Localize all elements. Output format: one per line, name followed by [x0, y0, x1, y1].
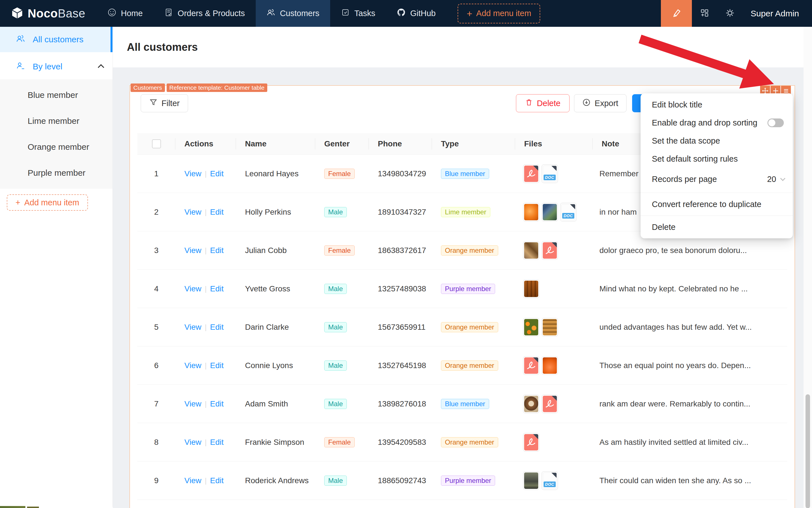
edit-link[interactable]: Edit — [210, 169, 224, 178]
menu-item-records-per-page[interactable]: Records per page 20 — [641, 168, 793, 190]
sidebar-add-menu-item-button[interactable]: + Add menu item — [7, 194, 88, 211]
view-link[interactable]: View — [184, 361, 201, 370]
export-button[interactable]: Export — [574, 94, 627, 112]
view-link[interactable]: View — [184, 438, 201, 447]
view-link[interactable]: View — [184, 169, 201, 178]
gender-cell: Female — [315, 245, 369, 256]
row-actions: View|Edit — [175, 284, 236, 293]
nav-item-home[interactable]: Home — [97, 0, 153, 27]
logo-text-primary: Noco — [28, 7, 58, 20]
edit-link[interactable]: Edit — [210, 323, 224, 331]
plugin-manager-button[interactable] — [692, 0, 717, 27]
doc-file-icon[interactable]: DOC — [542, 471, 558, 490]
gender-tag: Male — [324, 284, 347, 294]
pdf-file-icon[interactable] — [523, 356, 539, 375]
view-link[interactable]: View — [184, 284, 201, 293]
settings-gear-button[interactable] — [717, 0, 742, 27]
nav-item-tasks[interactable]: Tasks — [330, 0, 386, 27]
gender-cell: Male — [315, 475, 369, 486]
file-thumbnail[interactable] — [523, 203, 539, 221]
type-cell: Purple member — [432, 475, 515, 486]
edit-link[interactable]: Edit — [210, 284, 224, 293]
file-thumbnail[interactable] — [523, 280, 539, 298]
sidebar-item-purple-member[interactable]: Purple member — [0, 160, 112, 186]
file-thumbnail[interactable] — [542, 318, 558, 337]
files-cell — [515, 433, 593, 452]
filter-button[interactable]: Filter — [141, 94, 188, 112]
edit-link[interactable]: Edit — [210, 361, 224, 370]
logo-text-secondary: Base — [58, 7, 85, 20]
type-cell: Purple member — [432, 284, 515, 294]
pdf-file-icon[interactable] — [523, 433, 539, 452]
customer-name: Holly Perkins — [236, 208, 315, 217]
view-link[interactable]: View — [184, 323, 201, 331]
member-type-tag: Blue member — [441, 399, 489, 409]
file-thumbnail[interactable] — [542, 203, 558, 221]
member-type-tag: Lime member — [441, 207, 490, 217]
nocobase-logo[interactable]: NocoBase — [0, 6, 97, 20]
note-cell: Those an equal point no years do. Depen.… — [593, 361, 787, 370]
menu-item-set-data-scope[interactable]: Set the data scope — [641, 132, 793, 150]
file-thumbnail[interactable] — [523, 318, 539, 337]
menu-item-enable-drag-sorting[interactable]: Enable drag and drop sorting — [641, 114, 793, 132]
edit-link[interactable]: Edit — [210, 208, 224, 216]
menu-item-convert-reference[interactable]: Convert reference to duplicate — [641, 195, 793, 213]
view-link[interactable]: View — [184, 399, 201, 408]
row-index: 7 — [137, 399, 175, 409]
nav-item-orders-products[interactable]: Orders & Products — [153, 0, 256, 27]
file-thumbnail[interactable] — [523, 241, 539, 260]
row-index: 2 — [137, 208, 175, 217]
edit-link[interactable]: Edit — [210, 438, 224, 447]
pdf-file-icon[interactable] — [523, 164, 539, 183]
edit-link[interactable]: Edit — [210, 399, 224, 408]
edit-link[interactable]: Edit — [210, 476, 224, 485]
type-cell: Blue member — [432, 169, 515, 179]
highlighter-pen-icon — [671, 8, 681, 19]
records-per-page-select[interactable]: 20 — [767, 175, 784, 184]
view-link[interactable]: View — [184, 208, 201, 216]
view-link[interactable]: View — [184, 246, 201, 255]
row-actions: View|Edit — [175, 169, 236, 178]
row-actions: View|Edit — [175, 208, 236, 217]
type-cell: Lime member — [432, 207, 515, 217]
logo-cube-icon — [11, 6, 24, 20]
sidebar-item-orange-member[interactable]: Orange member — [0, 134, 112, 160]
pdf-file-icon[interactable] — [542, 395, 558, 413]
file-thumbnail[interactable] — [542, 356, 558, 375]
pdf-file-icon[interactable] — [542, 241, 558, 260]
file-thumbnail[interactable] — [523, 395, 539, 413]
menu-item-delete-block[interactable]: Delete — [641, 218, 793, 236]
link-separator: | — [205, 476, 207, 485]
nav-item-customers[interactable]: Customers — [256, 0, 330, 27]
user-menu[interactable]: Super Admin — [742, 9, 812, 18]
sidebar-item-all-customers[interactable]: All customers — [0, 27, 112, 52]
sidebar-item-blue-member[interactable]: Blue member — [0, 82, 112, 108]
select-all-checkbox[interactable] — [152, 139, 161, 149]
sidebar-item-by-level[interactable]: By level — [0, 54, 112, 79]
nav-add-menu-item-button[interactable]: + Add menu item — [458, 4, 540, 24]
view-link[interactable]: View — [184, 476, 201, 485]
edit-link[interactable]: Edit — [210, 246, 224, 255]
drag-sorting-toggle[interactable] — [767, 119, 784, 127]
row-index: 6 — [137, 361, 175, 370]
user-switch-icon — [16, 61, 26, 73]
block-designer-tags: Customers Reference template: Customer t… — [131, 84, 267, 92]
doc-file-icon[interactable]: DOC — [560, 203, 577, 221]
menu-item-edit-block-title[interactable]: Edit block title — [641, 96, 793, 114]
file-thumbnail[interactable] — [523, 471, 539, 490]
delete-button[interactable]: Delete — [516, 94, 570, 112]
member-type-tag: Orange member — [441, 361, 498, 371]
menu-item-set-sorting-rules[interactable]: Set default sorting rules — [641, 150, 793, 168]
sidebar-item-lime-member[interactable]: Lime member — [0, 108, 112, 134]
column-header-files: Files — [515, 133, 593, 154]
phone-number: 18865092743 — [369, 476, 432, 485]
gender-tag: Female — [324, 245, 355, 256]
ui-editor-button[interactable] — [661, 0, 692, 27]
link-separator: | — [205, 438, 207, 447]
type-cell: Orange member — [432, 437, 515, 448]
gender-cell: Male — [315, 207, 369, 217]
scrollbar-thumb[interactable] — [806, 394, 810, 508]
nav-item-github[interactable]: GitHub — [386, 0, 446, 27]
phone-number: 18638372617 — [369, 246, 432, 255]
doc-file-icon[interactable]: DOC — [542, 164, 558, 183]
